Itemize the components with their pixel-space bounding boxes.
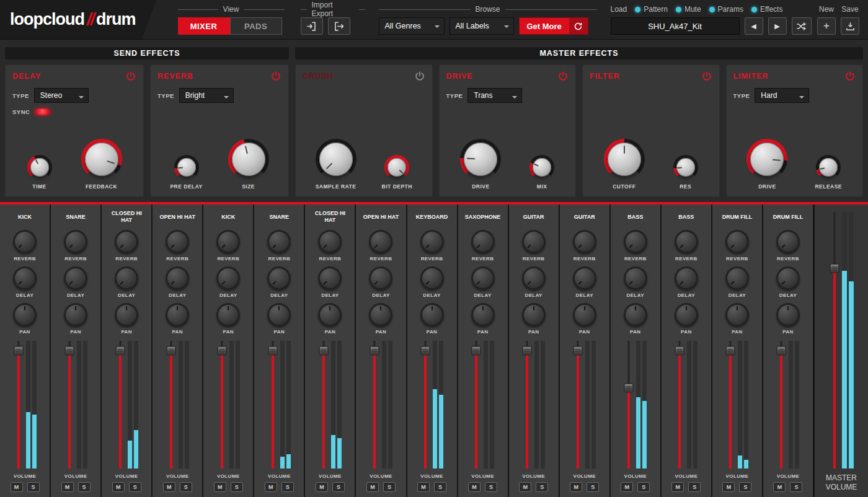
channel-fader-handle[interactable] [574, 346, 583, 356]
channel-pan-knob[interactable] [776, 303, 800, 327]
filter-cutoff-knob[interactable] [604, 139, 645, 180]
channel-mute-button[interactable]: M [519, 482, 531, 492]
delay-type-select[interactable]: Stereo [34, 88, 89, 103]
channel-solo-button[interactable]: S [587, 482, 599, 492]
channel-delay-knob[interactable] [776, 266, 800, 290]
drive-type-select[interactable]: Trans [467, 88, 522, 103]
channel-delay-knob[interactable] [369, 266, 392, 290]
channel-solo-button[interactable]: S [637, 482, 650, 492]
delay-power-icon[interactable] [125, 71, 136, 82]
channel-fader-handle[interactable] [421, 346, 430, 356]
channel-fader-handle[interactable] [64, 346, 74, 356]
channel-delay-knob[interactable] [522, 266, 546, 290]
channel-mute-button[interactable]: M [214, 482, 226, 492]
reverb-size-knob[interactable] [228, 139, 269, 180]
limiter-drive-knob[interactable] [746, 139, 787, 180]
channel-volume-fader[interactable] [725, 341, 735, 468]
channel-volume-fader[interactable] [370, 341, 379, 468]
delay-sync-led[interactable] [35, 108, 50, 115]
channel-solo-button[interactable]: S [231, 482, 243, 492]
channel-pan-knob[interactable] [267, 303, 291, 327]
channel-delay-knob[interactable] [115, 266, 138, 290]
channel-reverb-knob[interactable] [471, 230, 495, 253]
import-button[interactable] [301, 17, 323, 35]
channel-pan-knob[interactable] [471, 303, 495, 327]
crush-bitdepth-knob[interactable] [384, 155, 409, 180]
channel-volume-fader[interactable] [420, 341, 430, 468]
toggle-params[interactable]: Params [709, 5, 743, 14]
channel-mute-button[interactable]: M [621, 482, 633, 492]
channel-reverb-knob[interactable] [522, 230, 546, 253]
channel-pan-knob[interactable] [13, 303, 37, 327]
channel-delay-knob[interactable] [216, 266, 240, 290]
channel-delay-knob[interactable] [725, 266, 749, 290]
channel-volume-fader[interactable] [64, 341, 74, 468]
channel-reverb-knob[interactable] [267, 230, 291, 253]
channel-mute-button[interactable]: M [570, 482, 582, 492]
channel-mute-button[interactable]: M [112, 482, 125, 492]
drive-power-icon[interactable] [557, 71, 569, 82]
channel-mute-button[interactable]: M [265, 482, 277, 492]
channel-reverb-knob[interactable] [675, 230, 698, 253]
master-volume-fader[interactable] [830, 212, 839, 468]
channel-solo-button[interactable]: S [332, 482, 345, 492]
channel-fader-handle[interactable] [523, 346, 532, 356]
channel-delay-knob[interactable] [267, 266, 291, 290]
limiter-type-select[interactable]: Hard [755, 88, 809, 103]
channel-volume-fader[interactable] [14, 341, 24, 468]
channel-volume-fader[interactable] [573, 341, 583, 468]
channel-solo-button[interactable]: S [281, 482, 294, 492]
channel-solo-button[interactable]: S [485, 482, 497, 492]
channel-mute-button[interactable]: M [61, 482, 74, 492]
channel-delay-knob[interactable] [64, 266, 87, 290]
get-more-button[interactable]: Get More [519, 17, 588, 35]
channel-pan-knob[interactable] [675, 303, 698, 327]
channel-pan-knob[interactable] [725, 303, 749, 327]
channel-delay-knob[interactable] [471, 266, 495, 290]
channel-volume-fader[interactable] [217, 341, 227, 468]
filter-power-icon[interactable] [701, 71, 712, 82]
new-preset-button[interactable]: + [817, 17, 836, 35]
channel-pan-knob[interactable] [216, 303, 240, 327]
channel-mute-button[interactable]: M [163, 482, 175, 492]
delay-feedback-knob[interactable] [81, 139, 122, 180]
channel-delay-knob[interactable] [318, 266, 342, 290]
channel-volume-fader[interactable] [268, 341, 278, 468]
channel-solo-button[interactable]: S [78, 482, 91, 492]
channel-delay-knob[interactable] [166, 266, 189, 290]
channel-fader-handle[interactable] [115, 346, 125, 356]
channel-mute-button[interactable]: M [316, 482, 328, 492]
channel-delay-knob[interactable] [675, 266, 698, 290]
labels-select[interactable]: All Labels [450, 17, 514, 35]
reverb-power-icon[interactable] [270, 71, 281, 82]
channel-mute-button[interactable]: M [468, 482, 480, 492]
filter-res-knob[interactable] [673, 155, 698, 180]
reverb-type-select[interactable]: Bright [179, 88, 234, 103]
channel-reverb-knob[interactable] [624, 230, 647, 253]
channel-fader-handle[interactable] [777, 346, 786, 356]
channel-fader-handle[interactable] [268, 346, 277, 356]
master-fader-handle[interactable] [830, 264, 839, 273]
save-preset-button[interactable] [841, 17, 859, 35]
channel-reverb-knob[interactable] [166, 230, 189, 253]
channel-pan-knob[interactable] [64, 303, 87, 327]
channel-reverb-knob[interactable] [318, 230, 342, 253]
toggle-mute[interactable]: Mute [676, 5, 701, 14]
channel-volume-fader[interactable] [115, 341, 125, 468]
channel-solo-button[interactable]: S [27, 482, 40, 492]
channel-mute-button[interactable]: M [671, 482, 684, 492]
channel-pan-knob[interactable] [573, 303, 596, 327]
channel-volume-fader[interactable] [166, 341, 176, 468]
channel-mute-button[interactable]: M [417, 482, 430, 492]
channel-delay-knob[interactable] [13, 266, 37, 290]
drive-mix-knob[interactable] [529, 155, 554, 180]
channel-volume-fader[interactable] [776, 341, 786, 468]
toggle-effects[interactable]: Effects [751, 5, 782, 14]
channel-reverb-knob[interactable] [725, 230, 749, 253]
channel-pan-knob[interactable] [166, 303, 189, 327]
delay-time-knob[interactable] [27, 155, 52, 180]
channel-mute-button[interactable]: M [366, 482, 379, 492]
channel-solo-button[interactable]: S [434, 482, 446, 492]
channel-reverb-knob[interactable] [776, 230, 800, 253]
preset-prev-button[interactable]: ◀ [745, 17, 763, 35]
